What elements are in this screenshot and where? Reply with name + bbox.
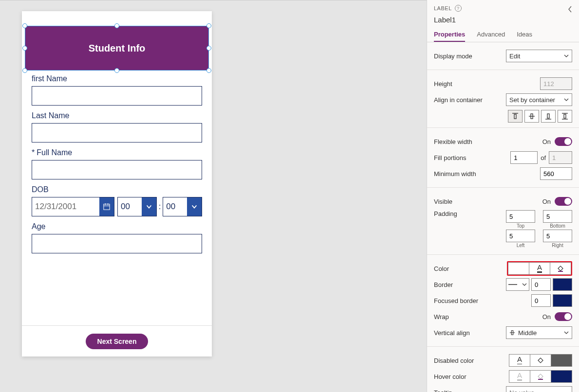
object-name: Label1 (434, 16, 572, 24)
age-input[interactable] (32, 234, 202, 253)
padding-bottom-input[interactable] (543, 210, 572, 223)
resize-handle-mr[interactable] (206, 46, 211, 51)
resize-handle-ml[interactable] (22, 46, 27, 51)
padding-left-input[interactable] (506, 230, 535, 242)
header-label[interactable]: Student Info (25, 26, 209, 71)
vertical-align-value: Middle (518, 329, 537, 337)
align-buttons (434, 110, 572, 123)
hover-color-label: Hover color (434, 373, 466, 380)
tooltip-input[interactable] (506, 386, 572, 392)
svg-rect-9 (547, 114, 549, 118)
resize-handle-tl[interactable] (22, 23, 27, 28)
fill-total-input (549, 151, 572, 164)
field-first-name: first Name (32, 74, 202, 106)
font-color-button[interactable] (508, 262, 529, 275)
hover-color-swatch[interactable] (551, 370, 572, 383)
first-name-input[interactable] (32, 86, 202, 106)
expand-panel-icon[interactable] (567, 6, 573, 14)
visible-label: Visible (434, 198, 452, 205)
visible-toggle[interactable] (555, 197, 572, 206)
help-icon[interactable]: ? (455, 5, 462, 12)
header-text: Student Info (89, 43, 146, 54)
focused-border-swatch[interactable] (553, 294, 572, 307)
padding-top-input[interactable] (506, 210, 535, 223)
tab-properties[interactable]: Properties (434, 31, 465, 42)
disabled-color-swatch[interactable] (551, 354, 572, 367)
focused-border-input[interactable] (531, 294, 551, 307)
valign-middle-icon (509, 330, 515, 336)
align-top-icon[interactable] (508, 110, 523, 123)
font-color-button[interactable]: A (529, 262, 550, 275)
dob-hour-dropdown[interactable]: 00 (117, 197, 157, 216)
next-screen-button[interactable]: Next Screen (86, 334, 149, 349)
svg-rect-5 (514, 114, 516, 119)
display-mode-value: Edit (509, 53, 520, 60)
padding-label: Padding (434, 210, 457, 217)
full-name-label: * Full Name (32, 148, 202, 157)
align-stretch-icon[interactable] (558, 110, 572, 123)
flexible-width-label: Flexible width (434, 138, 472, 145)
border-color-swatch[interactable] (553, 278, 572, 291)
time-colon: : (159, 202, 161, 212)
last-name-input[interactable] (32, 123, 202, 143)
align-middle-icon[interactable] (524, 110, 539, 123)
display-mode-dropdown[interactable]: Edit (506, 50, 572, 62)
fill-portions-input[interactable] (510, 151, 538, 164)
vertical-align-dropdown[interactable]: Middle (506, 326, 572, 339)
wrap-value: On (542, 313, 551, 321)
min-width-input[interactable] (540, 167, 572, 180)
padding-right-label: Right (543, 243, 572, 248)
field-last-name: Last Name (32, 111, 202, 143)
border-width-input[interactable] (531, 278, 551, 291)
focused-border-label: Focused border (434, 297, 478, 304)
align-bottom-icon[interactable] (541, 110, 556, 123)
svg-rect-12 (564, 114, 566, 118)
wrap-toggle[interactable] (555, 312, 572, 321)
panel-tabs: Properties Advanced Ideas (427, 31, 579, 42)
chevron-down-icon (187, 197, 202, 216)
resize-handle-tr[interactable] (206, 23, 211, 28)
dob-minute-dropdown[interactable]: 00 (163, 197, 202, 216)
hover-fill-color-button[interactable] (530, 370, 551, 383)
selected-header-label[interactable]: Student Info (25, 26, 209, 71)
field-age: Age (32, 222, 202, 253)
disabled-fill-color-button[interactable] (530, 354, 551, 367)
first-name-label: first Name (32, 74, 202, 83)
field-full-name: * Full Name (32, 148, 202, 179)
align-container-dropdown[interactable]: Set by container (506, 93, 572, 106)
padding-left-label: Left (506, 243, 535, 248)
padding-right-input[interactable] (543, 230, 572, 242)
fill-color-button[interactable] (550, 262, 571, 275)
disabled-font-color-button[interactable]: A (509, 354, 530, 367)
required-marker: * (32, 148, 35, 157)
color-control-highlighted: A (507, 261, 572, 276)
calendar-icon[interactable] (99, 197, 114, 216)
age-label: Age (32, 222, 202, 231)
resize-handle-tm[interactable] (114, 23, 119, 28)
tooltip-label: Tooltip (434, 389, 452, 392)
panel-header: LABEL ? Label1 (427, 0, 579, 24)
dob-hour-value: 00 (118, 197, 142, 216)
border-style-dropdown[interactable] (506, 278, 529, 291)
flexible-width-toggle[interactable] (555, 137, 572, 146)
hover-font-color-button[interactable]: A (509, 370, 530, 383)
padding-bottom-label: Bottom (543, 223, 572, 229)
tab-advanced[interactable]: Advanced (477, 31, 505, 42)
phone-preview: Student Info first Name Last Name (22, 11, 212, 356)
canvas-area: Student Info first Name Last Name (0, 0, 427, 392)
control-type-label: LABEL (434, 5, 452, 11)
flexible-width-value: On (542, 138, 551, 145)
tab-ideas[interactable]: Ideas (517, 31, 532, 42)
padding-top-label: Top (506, 223, 535, 229)
color-label: Color (434, 265, 449, 272)
disabled-color-label: Disabled color (434, 357, 474, 364)
height-input[interactable] (540, 77, 572, 90)
border-label: Border (434, 281, 453, 288)
dob-minute-value: 00 (163, 197, 187, 216)
dob-date-picker[interactable]: 12/31/2001 (32, 197, 114, 216)
full-name-label-text: Full Name (37, 148, 72, 157)
full-name-input[interactable] (32, 160, 202, 179)
fill-portions-label: Fill portions (434, 154, 466, 161)
wrap-label: Wrap (434, 313, 449, 321)
dob-label: DOB (32, 185, 202, 194)
